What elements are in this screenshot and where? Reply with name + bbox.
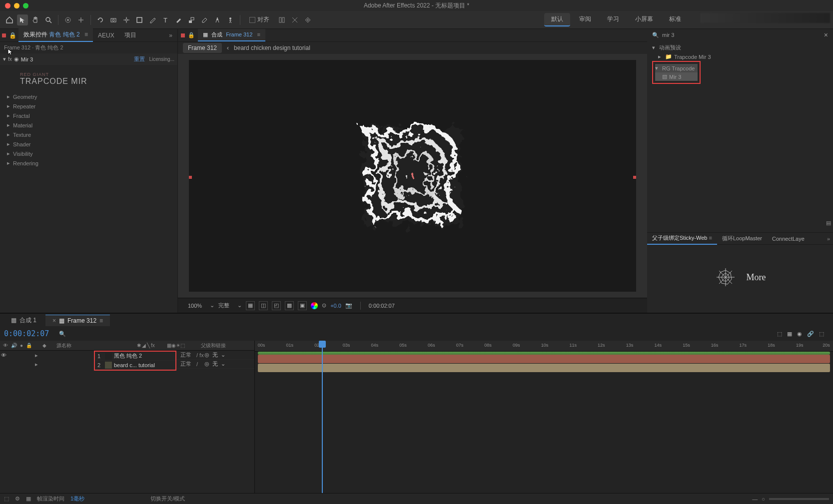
- layer-row-2[interactable]: 2 beard c... tutorial: [95, 361, 175, 370]
- home-icon[interactable]: [4, 14, 15, 25]
- sw-frame-icon[interactable]: ▦: [167, 343, 171, 348]
- tf-icon-1[interactable]: ⬚: [4, 496, 9, 502]
- layer1-switches[interactable]: / fx: [196, 352, 204, 358]
- snap-opt2-icon[interactable]: [289, 14, 300, 25]
- breadcrumb-current[interactable]: Frame 312: [183, 43, 222, 53]
- tl-icon-2[interactable]: ▦: [787, 331, 792, 337]
- tab-connectlayer[interactable]: ConnectLaye: [767, 234, 810, 244]
- orbit-tool-icon[interactable]: [62, 14, 73, 25]
- tf-zoom-track[interactable]: [769, 498, 829, 500]
- sw-adj-icon[interactable]: ☀: [176, 343, 180, 348]
- tree-folder-rg[interactable]: ▾RG Trapcode: [655, 64, 698, 72]
- timeline-search-icon[interactable]: 🔍: [59, 331, 66, 337]
- tab-project[interactable]: 项目: [119, 29, 141, 41]
- layer2-bar[interactable]: [258, 364, 830, 372]
- effect-licensing[interactable]: Licensing...: [149, 56, 174, 62]
- roto-tool-icon[interactable]: [212, 14, 223, 25]
- layer1-mode[interactable]: 正常: [180, 351, 191, 359]
- col-audio-icon[interactable]: 🔊: [11, 343, 17, 348]
- prop-repeater[interactable]: ▸Repeater: [7, 101, 170, 111]
- tab-aeux[interactable]: AEUX: [93, 30, 119, 41]
- search-query[interactable]: mir 3: [662, 32, 821, 38]
- sw-mb-icon[interactable]: ◉: [171, 343, 176, 348]
- tab-sticky-web[interactable]: 父子级绑定Sticky-Web ≡: [647, 232, 717, 245]
- panel-close-icon[interactable]: [181, 33, 185, 37]
- twisty-icon[interactable]: ▾: [3, 56, 6, 62]
- layer1-pickwhip-icon[interactable]: ◎: [204, 352, 209, 358]
- panel-close-icon[interactable]: [2, 33, 6, 37]
- mask-icon[interactable]: ◫: [259, 301, 268, 310]
- scripts-overflow-icon[interactable]: »: [824, 236, 833, 242]
- timeline-ruler[interactable]: 00s 01s 02s 03s 04s 05s 06s 07s 08s 09s …: [255, 341, 833, 352]
- camera-tool-icon[interactable]: [108, 14, 119, 25]
- layer2-expand-icon[interactable]: ▸: [35, 361, 38, 368]
- clone-tool-icon[interactable]: [186, 14, 197, 25]
- col-source[interactable]: 源名称: [56, 343, 71, 348]
- lock-icon[interactable]: 🔒: [188, 32, 195, 38]
- grid-icon[interactable]: ▦: [246, 301, 255, 310]
- layer1-bar[interactable]: [258, 355, 830, 363]
- timeline-track-area[interactable]: 00s 01s 02s 03s 04s 05s 06s 07s 08s 09s …: [255, 341, 833, 493]
- tf-zoom-slider[interactable]: ○: [762, 496, 765, 502]
- scripts-more[interactable]: More: [747, 272, 766, 283]
- colorspace-icon[interactable]: [311, 302, 318, 309]
- tab-loopmaster[interactable]: 循环LoopMaster: [717, 233, 767, 244]
- breadcrumb-parent[interactable]: beard chicken design tutorial: [234, 44, 310, 51]
- tl-icon-5[interactable]: ⬚: [819, 331, 824, 337]
- col-eye-icon[interactable]: 👁: [3, 343, 8, 348]
- tree-item-mir3[interactable]: ▧Mir 3: [655, 72, 698, 81]
- snap-checkbox[interactable]: 对齐: [249, 15, 269, 24]
- workspace-standard[interactable]: 标准: [662, 13, 688, 26]
- lock-icon[interactable]: 🔒: [9, 32, 16, 39]
- panel-resize-icon[interactable]: ▤: [826, 220, 831, 226]
- layer2-color[interactable]: [105, 362, 112, 369]
- search-clear-icon[interactable]: ×: [824, 31, 828, 39]
- layer2-pickwhip-icon[interactable]: ◎: [204, 361, 209, 367]
- tab-composition[interactable]: ▦ 合成 Frame 312 ≡: [198, 29, 265, 41]
- tree-folder-trapcode[interactable]: ▸📁Trapcode Mir 3: [650, 52, 830, 61]
- sw-3d-icon[interactable]: ⬚: [180, 343, 185, 348]
- effect-reset[interactable]: 重置: [134, 55, 145, 63]
- prop-texture[interactable]: ▸Texture: [7, 130, 170, 139]
- col-label-icon[interactable]: ◆: [42, 343, 49, 348]
- workspace-review[interactable]: 审阅: [572, 13, 598, 26]
- sw-collapse-icon[interactable]: ◢: [142, 343, 146, 348]
- playhead[interactable]: [322, 341, 323, 493]
- col-solo-icon[interactable]: ●: [20, 343, 23, 348]
- workspace-smallscreen[interactable]: 小屏幕: [628, 13, 660, 26]
- preview-timecode[interactable]: 0:00:02:07: [369, 303, 395, 309]
- switches-toggle[interactable]: 切换开关/模式: [150, 495, 185, 503]
- zoom-dropdown[interactable]: 100%⌄: [188, 302, 214, 309]
- workspace-default[interactable]: 默认: [544, 13, 570, 26]
- eraser-tool-icon[interactable]: [199, 14, 210, 25]
- workspace-learn[interactable]: 学习: [600, 13, 626, 26]
- layer1-expand-icon[interactable]: ▸: [35, 352, 38, 359]
- prop-shader[interactable]: ▸Shader: [7, 139, 170, 149]
- timeline-tab-comp1[interactable]: ▦合成 1: [4, 314, 43, 327]
- effect-header[interactable]: ▾ fx ◉ Mir 3 重置 Licensing...: [0, 53, 177, 65]
- col-lock-icon[interactable]: 🔒: [26, 343, 32, 348]
- tab-effect-controls[interactable]: 效果控件 青色 纯色 2 ≡: [18, 28, 93, 42]
- panel-overflow-icon[interactable]: »: [166, 32, 175, 39]
- zoom-tool-icon[interactable]: [43, 14, 54, 25]
- snap-opt1-icon[interactable]: [276, 14, 287, 25]
- selection-tool-icon[interactable]: [17, 14, 28, 25]
- timeline-tab-frame312[interactable]: ×▦Frame 312≡: [45, 315, 110, 326]
- prop-visibility[interactable]: ▸Visibility: [7, 149, 170, 158]
- col-parent[interactable]: 父级和链接: [197, 342, 254, 349]
- tree-root[interactable]: ▾动画预设: [650, 43, 830, 52]
- transparency-icon[interactable]: ▩: [285, 301, 294, 310]
- layer2-parent[interactable]: 无: [212, 360, 218, 368]
- exposure-value[interactable]: +0.0: [330, 303, 341, 309]
- prop-geometry[interactable]: ▸Geometry: [7, 92, 170, 101]
- roi-icon[interactable]: ◰: [272, 301, 281, 310]
- tf-icon-2[interactable]: ⚙: [15, 496, 20, 502]
- layer1-color[interactable]: [105, 353, 112, 360]
- tl-icon-1[interactable]: ⬚: [777, 331, 782, 337]
- anchor-tool-icon[interactable]: [121, 14, 132, 25]
- web-icon[interactable]: [715, 266, 737, 288]
- tf-zoom-out-icon[interactable]: —: [752, 496, 758, 502]
- channel-icon[interactable]: ▣: [298, 301, 307, 310]
- snapshot-icon[interactable]: 📷: [345, 302, 352, 309]
- pan-tool-icon[interactable]: [75, 14, 86, 25]
